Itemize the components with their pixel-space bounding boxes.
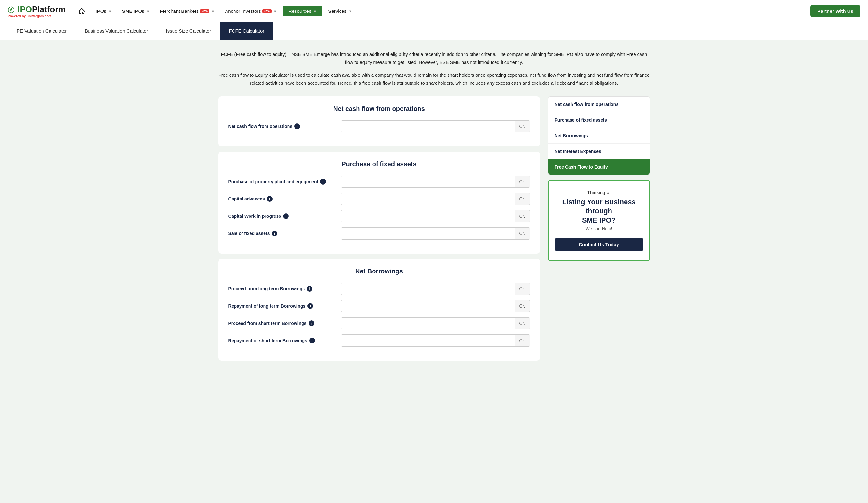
tab-pe-valuation[interactable]: PE Valuation Calculator — [8, 22, 76, 40]
info-icon-repayment-shortterm[interactable]: i — [309, 338, 315, 343]
nav-merchant-bankers-label: Merchant Bankers — [160, 8, 199, 14]
promo-we-can: We can Help! — [555, 226, 643, 231]
nav-merchant-bankers-chevron: ▼ — [211, 9, 215, 13]
sidebar-nav-net-cash-flow[interactable]: Net cash flow from operations — [548, 97, 650, 112]
nav-services-label: Services — [328, 8, 347, 14]
input-capital-advances[interactable] — [341, 193, 515, 205]
description-para2: Free cash flow to Equity calculator is u… — [218, 71, 650, 87]
promo-thinking: Thinking of — [555, 190, 643, 195]
unit-net-cash-flow: Cr. — [515, 121, 530, 132]
input-repayment-longterm[interactable] — [341, 300, 515, 312]
unit-property-plant: Cr. — [515, 176, 530, 188]
header: IPOPlatform Powered by Chittorgarh.com I… — [0, 0, 868, 22]
unit-capital-wip: Cr. — [515, 210, 530, 222]
sidebar-promo: Thinking of Listing Your Business throug… — [548, 180, 650, 261]
field-label-text-proceed-shortterm: Proceed from short term Borrowings — [228, 321, 307, 326]
tab-bar: PE Valuation Calculator Business Valuati… — [0, 22, 868, 40]
nav-ipos-chevron: ▼ — [108, 9, 112, 13]
nav-anchor-investors-badge: NEW — [262, 9, 271, 13]
field-label-text-property-plant: Purchase of property plant and equipment — [228, 179, 319, 184]
section-purchase-fixed-assets: Purchase of fixed assets Purchase of pro… — [218, 152, 540, 254]
field-input-wrap-proceed-shortterm: Cr. — [341, 317, 530, 329]
input-sale-fixed-assets[interactable] — [341, 228, 515, 239]
tab-fcfe-calculator[interactable]: FCFE Calculator — [220, 22, 273, 40]
nav-resources-chevron: ▼ — [313, 9, 317, 13]
field-row-repayment-longterm: Repayment of long term Borrowings i Cr. — [228, 300, 530, 312]
info-icon-net-cash-flow[interactable]: i — [294, 123, 300, 129]
info-icon-capital-advances[interactable]: i — [267, 196, 272, 202]
sidebar-nav-net-borrowings[interactable]: Net Borrowings — [548, 128, 650, 143]
input-property-plant[interactable] — [341, 176, 515, 188]
nav-resources[interactable]: Resources ▼ — [283, 6, 323, 16]
main-nav: IPOs ▼ SME IPOs ▼ Merchant Bankers NEW ▼… — [76, 6, 807, 17]
info-icon-capital-wip[interactable]: i — [283, 213, 289, 219]
nav-services[interactable]: Services ▼ — [324, 6, 356, 16]
field-row-property-plant: Purchase of property plant and equipment… — [228, 175, 530, 188]
home-icon[interactable] — [76, 6, 87, 17]
info-icon-proceed-longterm[interactable]: i — [307, 286, 312, 292]
calculator-panel: Net cash flow from operations Net cash f… — [218, 96, 540, 366]
field-input-wrap-repayment-longterm: Cr. — [341, 300, 530, 312]
field-label-sale-fixed-assets: Sale of fixed assets i — [228, 231, 337, 236]
unit-sale-fixed-assets: Cr. — [515, 228, 530, 239]
logo: IPOPlatform Powered by Chittorgarh.com — [8, 4, 66, 18]
field-row-net-cash-flow: Net cash flow from operations i Cr. — [228, 120, 530, 132]
field-row-sale-fixed-assets: Sale of fixed assets i Cr. — [228, 227, 530, 240]
info-icon-property-plant[interactable]: i — [320, 179, 326, 184]
field-input-wrap-capital-wip: Cr. — [341, 210, 530, 222]
logo-sub: Powered by Chittorgarh.com — [8, 14, 66, 18]
field-label-text-proceed-longterm: Proceed from long term Borrowings — [228, 286, 305, 291]
nav-anchor-investors-chevron: ▼ — [273, 9, 277, 13]
sidebar-nav-net-interest[interactable]: Net Interest Expenses — [548, 143, 650, 159]
promo-title-sme-ipo: SME IPO? — [582, 216, 616, 224]
field-row-proceed-longterm: Proceed from long term Borrowings i Cr. — [228, 283, 530, 295]
section-net-borrowings: Net Borrowings Proceed from long term Bo… — [218, 259, 540, 361]
unit-proceed-longterm: Cr. — [515, 283, 530, 294]
logo-text: IPOPlatform — [8, 4, 66, 14]
sidebar-nav-free-cash-flow[interactable]: Free Cash Flow to Equity — [548, 159, 650, 174]
field-input-wrap-property-plant: Cr. — [341, 175, 530, 188]
tab-issue-size[interactable]: Issue Size Calculator — [157, 22, 220, 40]
input-proceed-shortterm[interactable] — [341, 318, 515, 329]
field-row-capital-wip: Capital Work in progress i Cr. — [228, 210, 530, 222]
input-net-cash-flow[interactable] — [341, 121, 515, 132]
promo-title-through: through — [586, 207, 612, 215]
tab-business-valuation[interactable]: Business Valuation Calculator — [76, 22, 157, 40]
input-repayment-shortterm[interactable] — [341, 335, 515, 346]
info-icon-proceed-shortterm[interactable]: i — [309, 320, 314, 326]
field-label-capital-advances: Capital advances i — [228, 196, 337, 202]
field-label-text-capital-wip: Capital Work in progress — [228, 214, 281, 219]
nav-anchor-investors-label: Anchor Investors — [225, 8, 261, 14]
logo-leaf-icon — [8, 7, 15, 13]
partner-with-us-button[interactable]: Partner With Us — [810, 5, 860, 17]
sidebar: Net cash flow from operations Purchase o… — [548, 96, 650, 261]
nav-ipos[interactable]: IPOs ▼ — [91, 6, 116, 16]
main-content: FCFE (Free cash flow to equity) – NSE SM… — [210, 40, 658, 376]
nav-ipos-label: IPOs — [96, 8, 106, 14]
section-purchase-fixed-assets-title: Purchase of fixed assets — [228, 161, 530, 168]
field-label-text-net-cash-flow: Net cash flow from operations — [228, 124, 293, 129]
section-net-borrowings-title: Net Borrowings — [228, 268, 530, 275]
section-net-cash-flow-title: Net cash flow from operations — [228, 105, 530, 112]
field-input-wrap-sale-fixed-assets: Cr. — [341, 227, 530, 240]
field-row-proceed-shortterm: Proceed from short term Borrowings i Cr. — [228, 317, 530, 329]
nav-merchant-bankers[interactable]: Merchant Bankers NEW ▼ — [156, 6, 219, 16]
info-icon-repayment-longterm[interactable]: i — [307, 303, 313, 309]
field-row-capital-advances: Capital advances i Cr. — [228, 193, 530, 205]
nav-sme-ipos-chevron: ▼ — [146, 9, 150, 13]
nav-sme-ipos[interactable]: SME IPOs ▼ — [117, 6, 154, 16]
content-grid: Net cash flow from operations Net cash f… — [218, 96, 650, 366]
field-label-property-plant: Purchase of property plant and equipment… — [228, 179, 337, 184]
field-input-wrap-proceed-longterm: Cr. — [341, 283, 530, 295]
info-icon-sale-fixed-assets[interactable]: i — [271, 231, 277, 236]
input-capital-wip[interactable] — [341, 210, 515, 222]
field-label-repayment-shortterm: Repayment of short term Borrowings i — [228, 338, 337, 343]
field-label-text-repayment-longterm: Repayment of long term Borrowings — [228, 303, 306, 309]
input-proceed-longterm[interactable] — [341, 283, 515, 294]
field-label-proceed-longterm: Proceed from long term Borrowings i — [228, 286, 337, 292]
sidebar-nav-purchase-fixed[interactable]: Purchase of fixed assets — [548, 112, 650, 128]
field-label-text-repayment-shortterm: Repayment of short term Borrowings — [228, 338, 307, 343]
contact-us-today-button[interactable]: Contact Us Today — [555, 238, 643, 251]
nav-services-chevron: ▼ — [349, 9, 352, 13]
nav-anchor-investors[interactable]: Anchor Investors NEW ▼ — [220, 6, 281, 16]
